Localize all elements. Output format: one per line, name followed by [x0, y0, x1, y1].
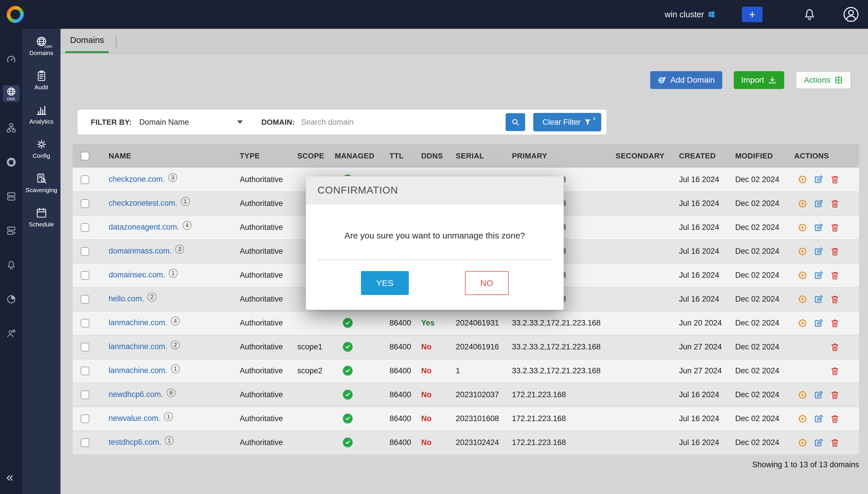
- no-button[interactable]: NO: [465, 271, 509, 295]
- collapse-sidebar-button[interactable]: «: [6, 470, 13, 484]
- delete-icon[interactable]: [829, 341, 841, 353]
- row-checkbox[interactable]: [81, 367, 89, 375]
- analytics-nav-icon[interactable]: [3, 154, 20, 171]
- edit-icon[interactable]: [813, 174, 825, 185]
- edit-icon[interactable]: [813, 198, 825, 209]
- domain-link[interactable]: testdhcp6.com.: [109, 438, 161, 446]
- actions-button[interactable]: Actions: [796, 71, 851, 89]
- dashboard-nav-icon[interactable]: [3, 51, 20, 68]
- delete-icon[interactable]: [829, 222, 841, 233]
- row-checkbox[interactable]: [81, 271, 89, 280]
- sidebar-item-audit[interactable]: Audit: [22, 63, 60, 97]
- unmanage-icon[interactable]: [797, 246, 808, 257]
- domain-link[interactable]: lanmachine.com.: [109, 366, 167, 375]
- edit-icon[interactable]: [813, 246, 825, 257]
- delete-icon[interactable]: [829, 246, 841, 257]
- sidebar-item-schedule[interactable]: Schedule: [22, 200, 60, 234]
- sidebar-item-config[interactable]: Config: [22, 132, 60, 166]
- col-modified[interactable]: MODIFIED: [725, 144, 784, 168]
- col-name[interactable]: NAME: [98, 144, 230, 168]
- domain-link[interactable]: domainmass.com.: [109, 247, 172, 255]
- domain-link[interactable]: newdhcp6.com.: [109, 390, 163, 399]
- secondary-cell: [606, 407, 669, 431]
- dhcp-server-nav-icon[interactable]: [3, 188, 20, 205]
- col-primary[interactable]: PRIMARY: [502, 144, 606, 168]
- domain-link[interactable]: datazoneagent.com.: [109, 223, 179, 231]
- unmanage-icon[interactable]: [797, 318, 808, 329]
- unmanage-icon[interactable]: [797, 198, 808, 209]
- col-created[interactable]: CREATED: [669, 144, 725, 168]
- domain-link[interactable]: domainsec.com.: [109, 270, 165, 279]
- import-button[interactable]: Import: [734, 71, 784, 89]
- administration-nav-icon[interactable]: [3, 325, 20, 342]
- col-serial[interactable]: SERIAL: [446, 144, 502, 168]
- dns-server-nav-icon[interactable]: [3, 222, 20, 239]
- domain-link[interactable]: checkzone.com.: [109, 175, 165, 184]
- col-ddns[interactable]: DDNS: [411, 144, 446, 168]
- domain-link[interactable]: hello.com.: [109, 294, 144, 303]
- row-checkbox[interactable]: [81, 415, 89, 423]
- alerts-nav-icon[interactable]: [3, 256, 20, 273]
- clear-filter-button[interactable]: Clear Filter x: [533, 113, 601, 131]
- row-checkbox[interactable]: [81, 199, 89, 208]
- col-secondary[interactable]: SECONDARY: [606, 144, 669, 168]
- edit-icon[interactable]: [813, 270, 825, 281]
- domain-link[interactable]: lanmachine.com.: [109, 318, 167, 327]
- edit-icon[interactable]: [813, 318, 825, 329]
- delete-icon[interactable]: [829, 437, 841, 449]
- delete-icon[interactable]: [829, 270, 841, 281]
- sidebar-item-domains[interactable]: comDomains: [22, 29, 60, 63]
- row-checkbox[interactable]: [81, 175, 89, 184]
- yes-button[interactable]: YES: [361, 271, 409, 295]
- row-checkbox[interactable]: [81, 438, 89, 447]
- unmanage-icon[interactable]: [797, 413, 808, 424]
- sidebar-item-scavenging[interactable]: Scavenging: [22, 166, 60, 200]
- cluster-selector[interactable]: win cluster: [665, 10, 704, 19]
- delete-icon[interactable]: [829, 293, 841, 305]
- quick-add-button[interactable]: +: [742, 7, 762, 22]
- reports-nav-icon[interactable]: [3, 291, 20, 308]
- sidebar-item-analytics[interactable]: Analytics: [22, 97, 60, 132]
- delete-icon[interactable]: [829, 318, 841, 329]
- edit-icon[interactable]: [813, 293, 825, 305]
- delete-icon[interactable]: [829, 365, 841, 377]
- notifications-bell-icon[interactable]: [803, 8, 816, 21]
- domain-link[interactable]: newvalue.com.: [109, 414, 161, 422]
- delete-icon[interactable]: [829, 389, 841, 401]
- edit-icon[interactable]: [813, 222, 825, 233]
- user-avatar-icon[interactable]: [843, 6, 860, 23]
- col-scope[interactable]: SCOPE: [287, 144, 325, 168]
- delete-icon[interactable]: [829, 174, 841, 185]
- search-input[interactable]: [301, 113, 480, 131]
- edit-icon[interactable]: [813, 389, 825, 401]
- ipam-nav-icon[interactable]: [3, 119, 20, 136]
- select-all-checkbox[interactable]: [81, 152, 89, 160]
- unmanage-icon[interactable]: [797, 270, 808, 281]
- domain-link[interactable]: lanmachine.com.: [109, 342, 167, 351]
- unmanage-icon[interactable]: [797, 437, 808, 449]
- col-managed[interactable]: MANAGED: [325, 144, 379, 168]
- search-button[interactable]: [506, 113, 525, 131]
- domain-link[interactable]: checkzonetest.com.: [109, 199, 177, 207]
- unmanage-icon[interactable]: [797, 293, 808, 305]
- col-actions[interactable]: ACTIONS: [784, 144, 859, 168]
- unmanage-icon[interactable]: [797, 222, 808, 233]
- row-checkbox[interactable]: [81, 343, 89, 352]
- col-type[interactable]: TYPE: [230, 144, 287, 168]
- delete-icon[interactable]: [829, 413, 841, 424]
- row-checkbox[interactable]: [81, 223, 89, 232]
- row-checkbox[interactable]: [81, 247, 89, 256]
- unmanage-icon[interactable]: [797, 174, 808, 185]
- filter-by-dropdown[interactable]: Domain Name: [139, 118, 243, 127]
- row-checkbox[interactable]: [81, 295, 89, 304]
- unmanage-icon[interactable]: [797, 389, 808, 401]
- edit-icon[interactable]: [813, 437, 825, 449]
- row-checkbox[interactable]: [81, 319, 89, 327]
- edit-icon[interactable]: [813, 413, 825, 424]
- delete-icon[interactable]: [829, 198, 841, 209]
- row-checkbox[interactable]: [81, 391, 89, 399]
- col-ttl[interactable]: TTL: [379, 144, 411, 168]
- add-domain-button[interactable]: Add Domain: [650, 71, 722, 89]
- tab-domains[interactable]: Domains: [65, 29, 109, 53]
- dns-nav-icon[interactable]: DNS: [3, 85, 20, 102]
